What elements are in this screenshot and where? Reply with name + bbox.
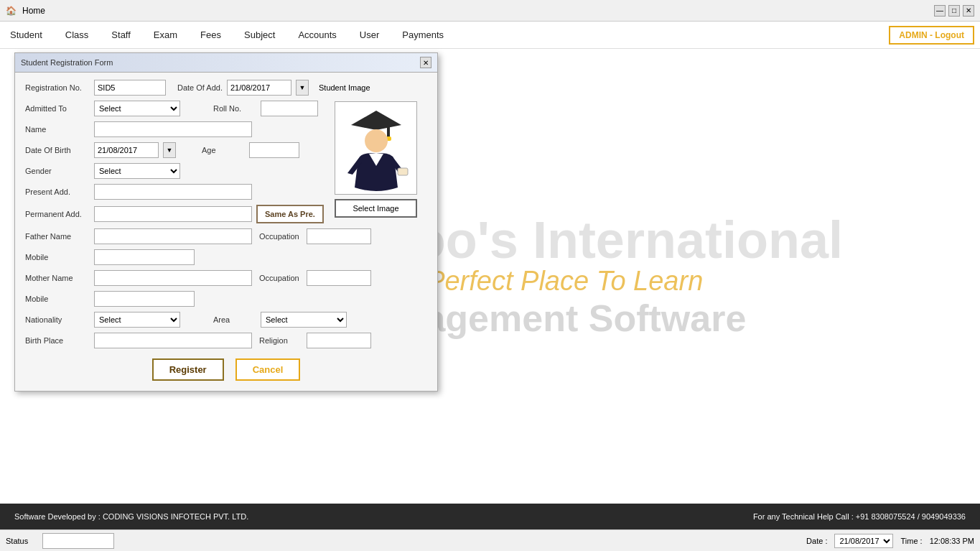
menu-accounts[interactable]: Accounts xyxy=(294,27,340,43)
app-title: Home xyxy=(22,6,45,16)
title-bar-controls: — □ ✕ xyxy=(934,5,974,17)
select-image-button[interactable]: Select Image xyxy=(335,199,417,218)
gender-select[interactable]: Select Male Female Other xyxy=(94,163,180,179)
roll-no-label: Roll No. xyxy=(213,104,256,113)
title-bar: 🏠 Home — □ ✕ xyxy=(0,0,980,22)
student-image-svg xyxy=(344,105,409,191)
student-image-box xyxy=(335,101,417,195)
main-area: 'oo's International A Perfect Place To L… xyxy=(0,49,980,504)
bg-line1: 'oo's International xyxy=(402,213,843,265)
dob-input[interactable] xyxy=(94,142,159,158)
background-text: 'oo's International A Perfect Place To L… xyxy=(402,213,843,339)
present-add-input[interactable] xyxy=(94,184,252,200)
gender-label: Gender xyxy=(25,167,90,175)
mother-name-label: Mother Name xyxy=(25,274,90,282)
menu-subject[interactable]: Subject xyxy=(240,27,279,43)
status-label: Status xyxy=(6,537,28,545)
permanent-add-label: Permanent Add. xyxy=(25,210,90,218)
row-birthplace: Birth Place Religion xyxy=(25,333,427,348)
menu-items: Student Class Staff Exam Fees Subject Ac… xyxy=(6,27,448,43)
mobile2-label: Mobile xyxy=(25,295,90,303)
area-label: Area xyxy=(213,315,256,324)
dialog-title: Student Registration Form xyxy=(21,58,113,67)
date-of-add-label: Date Of Add. xyxy=(177,83,223,92)
status-date-select[interactable]: 21/08/2017 xyxy=(834,534,893,548)
register-button[interactable]: Register xyxy=(152,358,224,381)
admin-logout-button[interactable]: ADMIN - Logout xyxy=(889,26,974,45)
row-registration: Registration No. Date Of Add. ▼ Student … xyxy=(25,80,427,96)
father-name-input[interactable] xyxy=(94,228,252,244)
footer-right: For any Technical Help Call : +91 830807… xyxy=(753,512,966,521)
dialog-body: Registration No. Date Of Add. ▼ Student … xyxy=(15,73,437,391)
menu-exam[interactable]: Exam xyxy=(149,27,182,43)
time-value: 12:08:33 PM xyxy=(930,537,974,545)
menu-staff[interactable]: Staff xyxy=(107,27,135,43)
nationality-label: Nationality xyxy=(25,315,90,324)
status-input[interactable] xyxy=(42,533,114,549)
reg-no-label: Registration No. xyxy=(25,83,90,92)
religion-label: Religion xyxy=(259,336,302,345)
date-of-add-picker[interactable]: ▼ xyxy=(296,80,309,96)
footer-bar: Software Developed by : CODING VISIONS I… xyxy=(0,504,980,529)
permanent-add-input[interactable] xyxy=(94,206,252,222)
app-icon: 🏠 xyxy=(6,6,17,16)
bg-line3: nagement Software xyxy=(402,296,843,339)
age-label: Age xyxy=(202,146,245,154)
occupation2-label: Occupation xyxy=(259,274,302,282)
date-of-add-input[interactable] xyxy=(227,80,291,96)
row-father: Father Name Occupation xyxy=(25,228,427,244)
mother-mobile-input[interactable] xyxy=(94,291,195,307)
father-occupation-input[interactable] xyxy=(307,228,371,244)
row-mother: Mother Name Occupation xyxy=(25,270,427,286)
menu-class[interactable]: Class xyxy=(61,27,93,43)
father-name-label: Father Name xyxy=(25,232,90,241)
title-bar-left: 🏠 Home xyxy=(6,6,45,16)
row-mother-mobile: Mobile xyxy=(25,291,427,307)
student-registration-dialog: Student Registration Form ✕ Registration… xyxy=(14,52,438,392)
svg-rect-4 xyxy=(398,168,408,175)
row-father-mobile: Mobile xyxy=(25,249,427,265)
maximize-button[interactable]: □ xyxy=(948,5,960,17)
same-as-pre-button[interactable]: Same As Pre. xyxy=(256,205,324,223)
father-mobile-input[interactable] xyxy=(94,249,195,265)
admitted-to-label: Admitted To xyxy=(25,104,90,113)
button-row: Register Cancel xyxy=(25,358,427,381)
reg-no-input[interactable] xyxy=(94,80,166,96)
dialog-wrapper: Student Registration Form ✕ Registration… xyxy=(14,52,438,392)
menu-fees[interactable]: Fees xyxy=(196,27,225,43)
minimize-button[interactable]: — xyxy=(934,5,946,17)
menu-user[interactable]: User xyxy=(355,27,383,43)
birth-place-label: Birth Place xyxy=(25,336,90,345)
name-label: Name xyxy=(25,125,90,134)
religion-input[interactable] xyxy=(307,333,371,348)
nationality-select[interactable]: Select Indian Other xyxy=(94,312,180,328)
area-select[interactable]: Select Urban Rural Semi-Urban xyxy=(261,312,347,328)
menu-payments[interactable]: Payments xyxy=(398,27,448,43)
student-image-label: Student Image xyxy=(319,83,370,92)
form-content: Registration No. Date Of Add. ▼ Student … xyxy=(25,80,427,381)
present-add-label: Present Add. xyxy=(25,187,90,196)
birth-place-input[interactable] xyxy=(94,333,252,348)
time-label: Time : xyxy=(900,537,922,545)
date-label: Date : xyxy=(806,537,827,545)
mother-occupation-input[interactable] xyxy=(307,270,371,286)
roll-no-input[interactable] xyxy=(261,101,318,116)
status-date: Date : 21/08/2017 Time : 12:08:33 PM xyxy=(806,534,974,548)
menu-bar: Student Class Staff Exam Fees Subject Ac… xyxy=(0,22,980,49)
bg-line2: A Perfect Place To Learn xyxy=(402,265,843,296)
row-nationality: Nationality Select Indian Other Area Sel… xyxy=(25,312,427,328)
age-input[interactable] xyxy=(249,142,299,158)
mobile-label: Mobile xyxy=(25,253,90,261)
name-input[interactable] xyxy=(94,121,252,137)
image-section: Select Image xyxy=(335,101,417,218)
menu-student[interactable]: Student xyxy=(6,27,47,43)
dob-label: Date Of Birth xyxy=(25,146,90,154)
admitted-to-select[interactable]: Select Class 1 Class 2 xyxy=(94,101,180,116)
dialog-close-button[interactable]: ✕ xyxy=(420,57,431,68)
svg-rect-1 xyxy=(387,125,390,138)
close-button[interactable]: ✕ xyxy=(963,5,974,17)
cancel-button[interactable]: Cancel xyxy=(235,358,301,381)
svg-marker-0 xyxy=(351,111,401,130)
mother-name-input[interactable] xyxy=(94,270,252,286)
dob-picker[interactable]: ▼ xyxy=(163,142,176,158)
